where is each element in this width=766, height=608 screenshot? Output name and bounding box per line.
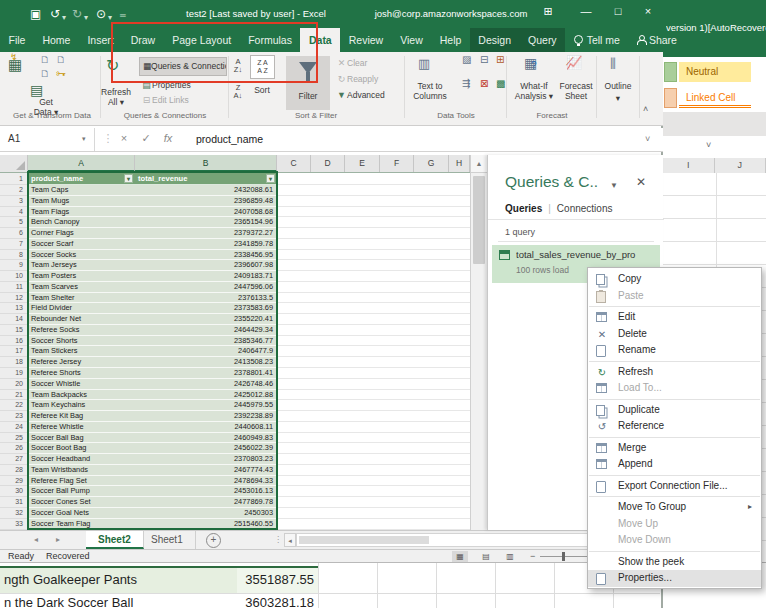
menu-item-merge[interactable]: Merge — [588, 440, 761, 457]
new-sheet-icon[interactable]: + — [206, 533, 221, 548]
empty-cells[interactable] — [277, 422, 470, 433]
cell-total-revenue[interactable]: 2407058.68 — [135, 207, 277, 218]
ribbon-tab-design[interactable]: Design — [470, 28, 520, 52]
status-recovered[interactable]: Recovered — [46, 551, 90, 561]
cell-total-revenue[interactable]: 2392238.89 — [135, 411, 277, 422]
row-number[interactable]: 9 — [0, 260, 28, 271]
cell-product-name[interactable]: Team Flags — [28, 207, 135, 218]
chevron-down-icon[interactable]: ▼ — [610, 181, 618, 190]
ribbon-tab-home[interactable]: Home — [34, 28, 79, 52]
cell-total-revenue[interactable]: 2477869.78 — [135, 497, 277, 508]
expand-formula-bar-icon[interactable]: ˅ — [645, 134, 650, 144]
menu-item-reference[interactable]: ↺Reference — [588, 418, 761, 435]
table-row[interactable]: 5Bench Canopy2365154.96 — [0, 217, 470, 228]
scrollbar-thumb[interactable] — [299, 536, 429, 544]
row-number[interactable]: 2 — [0, 185, 28, 196]
empty-cells[interactable] — [277, 314, 470, 325]
cell-total-revenue[interactable]: 2426748.46 — [135, 379, 277, 390]
cell-total-revenue[interactable]: 2464429.34 — [135, 325, 277, 336]
cell-total-revenue[interactable]: 2370803.23 — [135, 454, 277, 465]
cell-total-revenue[interactable]: 2355220.41 — [135, 314, 277, 325]
table-row[interactable]: 20Soccer Whistle2426748.46 — [0, 379, 470, 390]
empty-cells[interactable] — [277, 250, 470, 261]
existing-connections-icon[interactable]: 🗋 — [56, 54, 66, 65]
table-row[interactable]: 18Referee Jersey2413508.23 — [0, 357, 470, 368]
refresh-all-button[interactable]: Refresh All ▾ — [98, 88, 134, 107]
select-all-corner[interactable] — [0, 155, 28, 172]
close-button[interactable]: × — [636, 5, 660, 17]
empty-cells[interactable] — [277, 357, 470, 368]
table-row[interactable]: 22Team Keychains2445979.55 — [0, 400, 470, 411]
table-row[interactable]: 8Soccer Socks2338456.95 — [0, 250, 470, 261]
table-row[interactable]: 33Soccer Team Flag2515460.55 — [0, 519, 470, 530]
cell-total-revenue[interactable]: 2467774.43 — [135, 465, 277, 476]
empty-cells[interactable] — [277, 486, 470, 497]
table-row[interactable]: 13Field Divider2373583.69 — [0, 303, 470, 314]
table-row[interactable]: 17Team Stickers2406477.9 — [0, 346, 470, 357]
row-number[interactable]: 1 — [0, 172, 28, 185]
from-text-icon[interactable]: 🗋 — [40, 68, 50, 79]
column-header-i[interactable]: I — [663, 158, 715, 173]
ribbon-tab-help[interactable]: Help — [431, 28, 470, 52]
table-row[interactable]: 4Team Flags2407058.68 — [0, 207, 470, 218]
cell-product-name[interactable]: Referee Socks — [28, 325, 135, 336]
relationships-icon[interactable]: ⊠ — [480, 78, 488, 89]
ribbon-tab-formulas[interactable]: Formulas — [240, 28, 301, 52]
ribbon-tab-data[interactable]: Data — [300, 28, 340, 52]
row-number[interactable]: 28 — [0, 465, 28, 476]
empty-cells[interactable] — [277, 228, 470, 239]
table-row[interactable]: 14Rebounder Net2355220.41 — [0, 314, 470, 325]
cell-total-revenue[interactable]: 2432088.61 — [135, 185, 277, 196]
column-header-h[interactable]: H — [449, 155, 470, 172]
cell-product-name[interactable]: Soccer Ball Pump — [28, 486, 135, 497]
scrollbar-thumb[interactable] — [473, 176, 485, 264]
row-number[interactable]: 25 — [0, 433, 28, 444]
bottom-row-1[interactable]: ngth Goalkeeper Pants 3551887.55 — [0, 566, 660, 593]
cancel-icon[interactable]: × — [114, 132, 134, 144]
page-break-view-icon[interactable]: ▥ — [502, 551, 518, 562]
table-header-product-name[interactable]: product_name▾ — [28, 172, 135, 185]
cell-product-name[interactable]: Team Caps — [28, 185, 135, 196]
prev-sheet-icon[interactable]: ◂ — [34, 535, 38, 544]
table-row[interactable]: 11Team Scarves2447596.06 — [0, 282, 470, 293]
empty-cells[interactable] — [277, 465, 470, 476]
cell-product-name[interactable]: Team Shelter — [28, 293, 135, 304]
menu-item-properties[interactable]: Properties... — [588, 570, 761, 587]
chevron-down-icon[interactable]: ▾ — [82, 135, 86, 143]
table-row[interactable]: 6Corner Flags2379372.27 — [0, 228, 470, 239]
menu-item-move-to-group[interactable]: Move To Group▸ — [588, 499, 761, 516]
cell-product-name[interactable]: Referee Shorts — [28, 368, 135, 379]
cell-product-name[interactable]: Soccer Socks — [28, 250, 135, 261]
cell-total-revenue[interactable]: 2365154.96 — [135, 217, 277, 228]
close-icon[interactable]: ✕ — [636, 175, 646, 189]
table-row[interactable]: 12Team Shelter2376133.5 — [0, 293, 470, 304]
column-header-g[interactable]: G — [414, 155, 449, 172]
filter-dropdown-icon[interactable]: ▾ — [266, 174, 275, 183]
cell-total-revenue[interactable]: 2478694.33 — [135, 476, 277, 487]
cell-product-name[interactable]: Team Jerseys — [28, 260, 135, 271]
cell-total-revenue[interactable]: 2338456.95 — [135, 250, 277, 261]
column-header-e[interactable]: E — [345, 155, 380, 172]
table-row[interactable]: 25Soccer Ball Bag2460949.83 — [0, 433, 470, 444]
sheet-tab-sheet1[interactable]: Sheet1 — [139, 531, 196, 549]
column-header-b[interactable]: B — [135, 155, 277, 172]
sheet-tab-sheet2[interactable]: Sheet2 — [86, 531, 144, 549]
empty-cells[interactable] — [277, 454, 470, 465]
row-number[interactable]: 12 — [0, 293, 28, 304]
cell-total-revenue[interactable]: 2341859.78 — [135, 239, 277, 250]
empty-cells[interactable] — [277, 368, 470, 379]
empty-cells[interactable] — [277, 282, 470, 293]
empty-cells[interactable] — [277, 196, 470, 207]
menu-item-duplicate[interactable]: Duplicate — [588, 402, 761, 419]
ribbon-tab-review[interactable]: Review — [340, 28, 391, 52]
outline-button[interactable]: Outline — [600, 82, 636, 92]
cell-total-revenue[interactable]: 2447596.06 — [135, 282, 277, 293]
menu-item-edit[interactable]: Edit — [588, 309, 761, 326]
queries-connections-button[interactable]: ▦Queries & Connections — [139, 57, 227, 76]
cell-total-revenue[interactable]: 2453016.13 — [135, 486, 277, 497]
cell-total-revenue[interactable]: 2456022.39 — [135, 443, 277, 454]
cell-product-name[interactable]: Soccer Whistle — [28, 379, 135, 390]
flash-fill-icon[interactable]: ▨ — [462, 54, 471, 65]
cell-product-name[interactable]: Field Divider — [28, 303, 135, 314]
table-row[interactable]: 21Team Backpacks2425012.88 — [0, 390, 470, 401]
